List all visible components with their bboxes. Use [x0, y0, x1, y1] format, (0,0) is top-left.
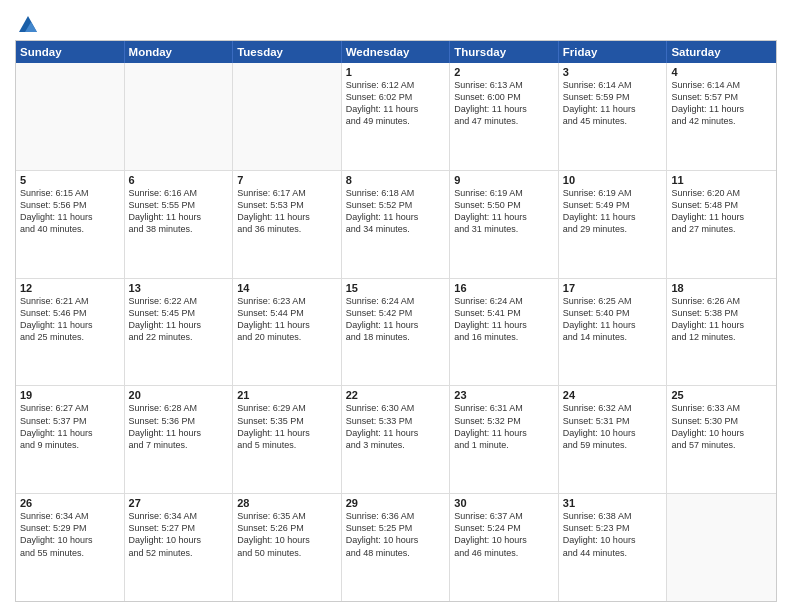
cell-line: Sunrise: 6:18 AM	[346, 187, 446, 199]
cell-line: Daylight: 11 hours	[563, 319, 663, 331]
cell-line: and 1 minute.	[454, 439, 554, 451]
day-cell-11: 11Sunrise: 6:20 AMSunset: 5:48 PMDayligh…	[667, 171, 776, 278]
day-number: 5	[20, 174, 120, 186]
day-number: 25	[671, 389, 772, 401]
day-cell-2: 2Sunrise: 6:13 AMSunset: 6:00 PMDaylight…	[450, 63, 559, 170]
day-number: 27	[129, 497, 229, 509]
cell-line: Sunset: 5:24 PM	[454, 522, 554, 534]
cell-line: and 27 minutes.	[671, 223, 772, 235]
cell-line: Daylight: 11 hours	[346, 211, 446, 223]
day-number: 4	[671, 66, 772, 78]
day-number: 14	[237, 282, 337, 294]
cell-line: Sunset: 5:48 PM	[671, 199, 772, 211]
cell-line: Daylight: 10 hours	[237, 534, 337, 546]
cell-line: Sunrise: 6:20 AM	[671, 187, 772, 199]
day-cell-30: 30Sunrise: 6:37 AMSunset: 5:24 PMDayligh…	[450, 494, 559, 601]
cell-line: and 34 minutes.	[346, 223, 446, 235]
day-number: 17	[563, 282, 663, 294]
cell-line: Sunset: 5:26 PM	[237, 522, 337, 534]
header-day-monday: Monday	[125, 41, 234, 63]
day-cell-14: 14Sunrise: 6:23 AMSunset: 5:44 PMDayligh…	[233, 279, 342, 386]
cell-line: Sunset: 5:41 PM	[454, 307, 554, 319]
cell-line: Sunset: 5:49 PM	[563, 199, 663, 211]
calendar-body: 1Sunrise: 6:12 AMSunset: 6:02 PMDaylight…	[16, 63, 776, 601]
day-number: 10	[563, 174, 663, 186]
cell-line: Sunrise: 6:14 AM	[563, 79, 663, 91]
day-cell-12: 12Sunrise: 6:21 AMSunset: 5:46 PMDayligh…	[16, 279, 125, 386]
cell-line: Daylight: 10 hours	[346, 534, 446, 546]
cell-line: Daylight: 11 hours	[237, 427, 337, 439]
day-cell-13: 13Sunrise: 6:22 AMSunset: 5:45 PMDayligh…	[125, 279, 234, 386]
cell-line: Sunrise: 6:36 AM	[346, 510, 446, 522]
empty-cell	[667, 494, 776, 601]
day-cell-4: 4Sunrise: 6:14 AMSunset: 5:57 PMDaylight…	[667, 63, 776, 170]
day-number: 31	[563, 497, 663, 509]
day-number: 1	[346, 66, 446, 78]
day-cell-29: 29Sunrise: 6:36 AMSunset: 5:25 PMDayligh…	[342, 494, 451, 601]
cell-line: Daylight: 10 hours	[20, 534, 120, 546]
cell-line: and 49 minutes.	[346, 115, 446, 127]
day-cell-8: 8Sunrise: 6:18 AMSunset: 5:52 PMDaylight…	[342, 171, 451, 278]
cell-line: Sunrise: 6:22 AM	[129, 295, 229, 307]
cell-line: Sunrise: 6:37 AM	[454, 510, 554, 522]
empty-cell	[16, 63, 125, 170]
cell-line: Sunrise: 6:27 AM	[20, 402, 120, 414]
cell-line: and 9 minutes.	[20, 439, 120, 451]
day-number: 20	[129, 389, 229, 401]
cell-line: Daylight: 10 hours	[563, 534, 663, 546]
calendar: SundayMondayTuesdayWednesdayThursdayFrid…	[15, 40, 777, 602]
day-cell-19: 19Sunrise: 6:27 AMSunset: 5:37 PMDayligh…	[16, 386, 125, 493]
cell-line: Sunset: 5:31 PM	[563, 415, 663, 427]
cell-line: and 40 minutes.	[20, 223, 120, 235]
cell-line: Sunrise: 6:34 AM	[20, 510, 120, 522]
cell-line: and 57 minutes.	[671, 439, 772, 451]
cell-line: and 22 minutes.	[129, 331, 229, 343]
header-day-tuesday: Tuesday	[233, 41, 342, 63]
day-number: 3	[563, 66, 663, 78]
week-row-5: 26Sunrise: 6:34 AMSunset: 5:29 PMDayligh…	[16, 494, 776, 601]
cell-line: Daylight: 11 hours	[20, 427, 120, 439]
cell-line: Sunset: 5:50 PM	[454, 199, 554, 211]
cell-line: Sunset: 5:44 PM	[237, 307, 337, 319]
cell-line: and 18 minutes.	[346, 331, 446, 343]
cell-line: Sunrise: 6:19 AM	[563, 187, 663, 199]
cell-line: Sunrise: 6:31 AM	[454, 402, 554, 414]
cell-line: Sunrise: 6:30 AM	[346, 402, 446, 414]
cell-line: Sunset: 5:57 PM	[671, 91, 772, 103]
cell-line: Daylight: 11 hours	[346, 319, 446, 331]
cell-line: and 5 minutes.	[237, 439, 337, 451]
day-cell-17: 17Sunrise: 6:25 AMSunset: 5:40 PMDayligh…	[559, 279, 668, 386]
cell-line: and 46 minutes.	[454, 547, 554, 559]
cell-line: Sunrise: 6:12 AM	[346, 79, 446, 91]
cell-line: Sunset: 5:23 PM	[563, 522, 663, 534]
cell-line: Daylight: 10 hours	[454, 534, 554, 546]
cell-line: Sunrise: 6:24 AM	[346, 295, 446, 307]
cell-line: Sunset: 5:52 PM	[346, 199, 446, 211]
week-row-1: 1Sunrise: 6:12 AMSunset: 6:02 PMDaylight…	[16, 63, 776, 171]
cell-line: Sunrise: 6:28 AM	[129, 402, 229, 414]
day-number: 23	[454, 389, 554, 401]
day-number: 12	[20, 282, 120, 294]
day-number: 11	[671, 174, 772, 186]
cell-line: and 16 minutes.	[454, 331, 554, 343]
cell-line: and 45 minutes.	[563, 115, 663, 127]
cell-line: Daylight: 11 hours	[129, 319, 229, 331]
cell-line: and 47 minutes.	[454, 115, 554, 127]
cell-line: Sunset: 5:33 PM	[346, 415, 446, 427]
day-cell-21: 21Sunrise: 6:29 AMSunset: 5:35 PMDayligh…	[233, 386, 342, 493]
cell-line: Sunrise: 6:23 AM	[237, 295, 337, 307]
day-number: 24	[563, 389, 663, 401]
cell-line: and 55 minutes.	[20, 547, 120, 559]
day-cell-10: 10Sunrise: 6:19 AMSunset: 5:49 PMDayligh…	[559, 171, 668, 278]
cell-line: Sunset: 5:37 PM	[20, 415, 120, 427]
day-cell-25: 25Sunrise: 6:33 AMSunset: 5:30 PMDayligh…	[667, 386, 776, 493]
cell-line: Sunrise: 6:17 AM	[237, 187, 337, 199]
logo-icon	[17, 14, 39, 36]
cell-line: Daylight: 11 hours	[671, 319, 772, 331]
cell-line: Sunrise: 6:34 AM	[129, 510, 229, 522]
day-cell-3: 3Sunrise: 6:14 AMSunset: 5:59 PMDaylight…	[559, 63, 668, 170]
day-number: 15	[346, 282, 446, 294]
cell-line: Daylight: 11 hours	[454, 319, 554, 331]
cell-line: Sunset: 5:32 PM	[454, 415, 554, 427]
day-cell-31: 31Sunrise: 6:38 AMSunset: 5:23 PMDayligh…	[559, 494, 668, 601]
